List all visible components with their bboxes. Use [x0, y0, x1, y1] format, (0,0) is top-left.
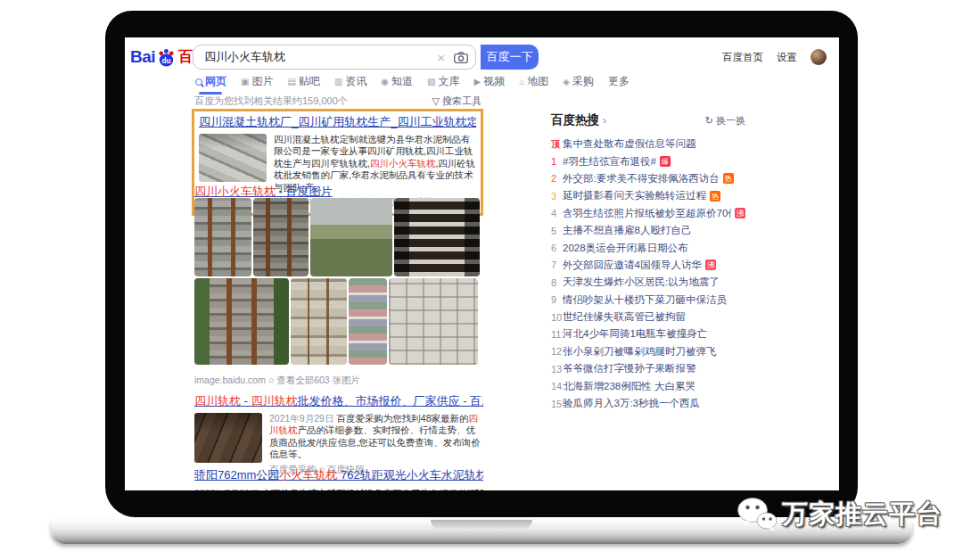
rank-label: 9: [551, 294, 563, 305]
tab-images[interactable]: ▣图片: [241, 74, 273, 89]
tab-zhidao[interactable]: ◉知道: [381, 74, 413, 89]
rank-label: 6: [551, 243, 563, 253]
hot-search-item[interactable]: 5主播不想直播雇8人殴打自己: [551, 222, 745, 239]
photo-track-slope[interactable]: [253, 198, 309, 276]
tab-news[interactable]: ▥资讯: [334, 74, 366, 89]
user-avatar[interactable]: [811, 49, 827, 65]
search-submit-button[interactable]: 百度一下: [481, 45, 539, 70]
search-icon: [195, 78, 202, 86]
hot-search-item[interactable]: 8天津发生爆炸小区居民:以为地震了: [551, 274, 745, 291]
hot-search-item[interactable]: 15验瓜师月入3万:3秒挑一个西瓜: [551, 395, 745, 412]
photo-track-curve-wall[interactable]: [310, 198, 392, 276]
result-3: 四川轨枕 - 四川轨枕批发价格、市场报价、厂家供应 - 百度... 2021年9…: [194, 393, 483, 476]
tab-wenku[interactable]: ▧文库: [427, 74, 459, 89]
tab-label: 采购: [572, 74, 594, 89]
tab-tieba[interactable]: ▤贴吧: [287, 74, 319, 89]
hot-search-item-text: 情侣吵架从十楼扔下菜刀砸中保洁员: [563, 293, 727, 307]
hot-search-item[interactable]: 12张小泉剁刀被曝剁鸡腿时刀被弹飞: [551, 343, 745, 360]
rank-label: 4: [551, 208, 563, 218]
settings-link[interactable]: 设置: [777, 51, 797, 64]
screenshot-canvas: Bai du 百度 四川小火车轨枕 × 百度一下 百度首页 设置: [0, 0, 963, 560]
hot-search-item-text: 世纪佳缘失联高管已被拘留: [563, 310, 686, 324]
rank-label: 10: [551, 312, 563, 323]
rank-label: 7: [551, 259, 563, 270]
tab-label: 地图: [527, 74, 548, 89]
image-source-site: image.baidu.com: [194, 375, 266, 385]
photo-track-straight[interactable]: [194, 198, 251, 276]
text-segment: 本页信息为济宁骄阳机械设备有限公司为您提供的“骄阳762mm公园: [261, 488, 483, 490]
result-3-title-link[interactable]: 四川轨枕 - 四川轨枕批发价格、市场报价、厂家供应 - 百度...: [194, 393, 483, 409]
tab-more[interactable]: 更多: [608, 74, 630, 89]
tab-label: 文库: [439, 74, 460, 89]
hot-search-item[interactable]: 9情侣吵架从十楼扔下菜刀砸中保洁员: [551, 292, 745, 309]
thumb-concrete-sleepers[interactable]: [199, 134, 267, 182]
hot-search-item-text: 外交部回应邀请4国领导人访华: [563, 259, 702, 272]
rank-label: 13: [551, 364, 563, 375]
text-segment: 骄阳762mm公园: [194, 468, 279, 482]
result-1-title-link[interactable]: 四川混凝土轨枕厂_四川矿用轨枕生产_四川工业轨枕定制-犍...: [199, 114, 476, 130]
svg-text:du: du: [162, 56, 171, 64]
hot-search-item[interactable]: 14北海新增238例阳性 大白累哭: [551, 377, 745, 394]
photo-track-night[interactable]: [394, 198, 480, 276]
highlighted-keyword: 四川轨枕: [251, 394, 298, 408]
watermark-label: 万家推云平台: [782, 497, 942, 532]
hot-badge-fei: 沸: [705, 259, 716, 270]
hot-search-item[interactable]: 1#羽生结弦宣布退役#爆: [551, 152, 745, 169]
highlighted-keyword: 四川小火车轨枕: [370, 158, 436, 169]
map-icon: ⌂: [519, 77, 524, 86]
tab-video[interactable]: ▶视频: [474, 74, 506, 89]
funnel-icon: ▽: [432, 95, 439, 106]
photo-track-forest[interactable]: [194, 278, 289, 365]
search-tools-button[interactable]: ▽ 搜索工具: [432, 95, 482, 108]
photo-sleeper-colored[interactable]: [349, 278, 387, 365]
news-icon: ▥: [334, 77, 342, 86]
hot-search-item[interactable]: 顶集中查处散布虚假信息等问题: [551, 136, 745, 152]
search-query-text[interactable]: 四川小火车轨枕: [204, 49, 437, 65]
hot-search-item[interactable]: 13爷爷微信打字慢孙子果断报警: [551, 360, 745, 377]
text-segment: 百度爱采购为您找到48家最新的: [336, 413, 468, 424]
search-input[interactable]: 四川小火车轨枕 ×: [193, 45, 476, 70]
photo-concrete-slab[interactable]: [389, 278, 478, 365]
tab-purchase[interactable]: ◈采购: [563, 74, 594, 89]
thumb-wood-sleepers[interactable]: [194, 413, 262, 463]
highlighted-keyword: 小火车轨枕: [279, 468, 337, 482]
text-segment: 批发价格、市场报价、厂家供应 - 百度...: [298, 394, 483, 408]
result-4: 骄阳762mm公园小火车轨枕 762轨距观光小火车水泥轨枕 2022年7月26日…: [194, 467, 483, 490]
hot-search-item[interactable]: 62028奥运会开闭幕日期公布: [551, 239, 745, 256]
baidu-paw-icon: du: [156, 47, 177, 68]
results-count-text: 百度为您找到相关结果约159,000个: [194, 95, 348, 108]
zhidao-icon: ◉: [381, 77, 389, 86]
photo-sleeper-stack[interactable]: [291, 278, 347, 365]
text-segment: -: [241, 394, 251, 408]
hot-search-item-text: 集中查处散布虚假信息等问题: [563, 137, 696, 151]
clear-search-icon[interactable]: ×: [437, 50, 445, 65]
hot-search-item-text: #羽生结弦宣布退役#: [563, 155, 656, 169]
hot-search-item-text: 含羽生结弦照片报纸被炒至超原价70倍: [563, 207, 731, 220]
refresh-hot-search-button[interactable]: ↻ 换一换: [705, 114, 745, 128]
tab-map[interactable]: ⌂地图: [519, 74, 548, 89]
result-4-title-link[interactable]: 骄阳762mm公园小火车轨枕 762轨距观光小火车水泥轨枕: [194, 467, 483, 483]
camera-search-icon[interactable]: [454, 52, 468, 63]
view-all-images-link[interactable]: 查看全部603 张图片: [276, 375, 360, 385]
image-section-caption[interactable]: image.baidu.com ○ 查看全部603 张图片: [194, 375, 360, 387]
laptop-screen: Bai du 百度 四川小火车轨枕 × 百度一下 百度首页 设置: [125, 37, 839, 490]
wenku-icon: ▧: [427, 77, 435, 86]
search-category-tabs: 网页▣图片▤贴吧▥资讯◉知道▧文库▶视频⌂地图◈采购更多: [195, 74, 630, 89]
chevron-right-icon: ›: [603, 113, 607, 127]
hot-search-item[interactable]: 4含羽生结弦照片报纸被炒至超原价70倍沸: [551, 205, 745, 222]
hot-search-item[interactable]: 2外交部:要求美不得安排佩洛西访台热: [551, 170, 745, 187]
hot-search-item-text: 2028奥运会开闭幕日期公布: [563, 242, 688, 255]
watermark: 万家推云平台: [737, 496, 942, 533]
laptop-thumb-notch: [431, 520, 532, 530]
hot-search-item[interactable]: 7外交部回应邀请4国领导人访华沸: [551, 257, 745, 274]
hot-search-item[interactable]: 10世纪佳缘失联高管已被拘留: [551, 309, 745, 325]
hot-search-item-text: 爷爷微信打字慢孙子果断报警: [563, 362, 696, 375]
rank-label: 2: [551, 173, 563, 184]
hot-search-item[interactable]: 11河北4少年同骑1电瓶车被撞身亡: [551, 325, 745, 342]
baidu-home-link[interactable]: 百度首页: [722, 51, 763, 64]
result-3-description: 2021年9月29日 百度爱采购为您找到48家最新的四川轨枕产品的详细参数、实时…: [269, 413, 482, 461]
tab-web[interactable]: 网页: [195, 74, 226, 89]
hot-search-title-link[interactable]: 百度热搜 ›: [551, 112, 606, 128]
hot-search-item-text: 延时摄影看问天实验舱转运过程: [563, 189, 706, 202]
hot-search-item[interactable]: 3延时摄影看问天实验舱转运过程热: [551, 187, 745, 204]
